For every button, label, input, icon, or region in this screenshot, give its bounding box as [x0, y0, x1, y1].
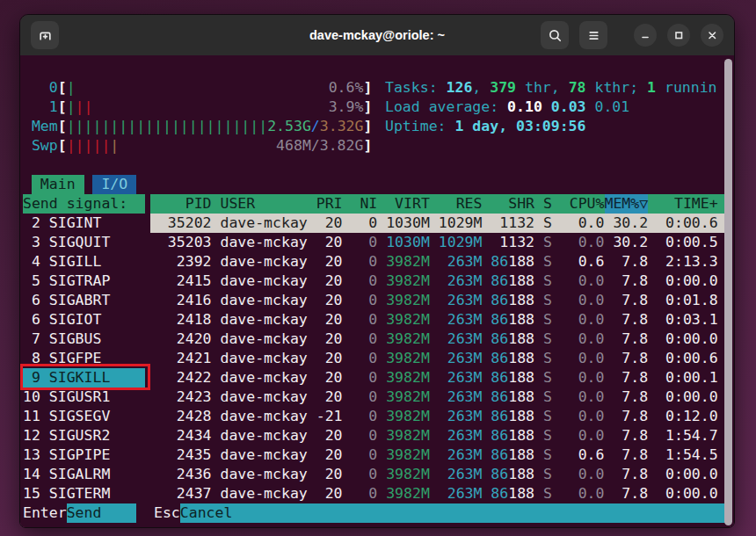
menu-button[interactable]: [579, 21, 607, 49]
signal-panel-title: Send signal:: [23, 194, 145, 214]
process-row[interactable]: 2428dave-mckay-2103982M263M86188S0.07.80…: [150, 407, 729, 426]
terminal-content: 0[|0.6%] 1[|||3.9%] Mem[||||||||||||||||…: [20, 55, 735, 528]
tasks-summary: Tasks: 126, 379 thr, 78 kthr; 1 runnin: [385, 78, 717, 98]
signal-item[interactable]: 9SIGKILL: [23, 368, 145, 388]
swap-meter: Swp[||||||468M/3.82G]: [23, 136, 372, 156]
cpu1-label: 1: [23, 98, 58, 117]
header-virt[interactable]: VIRT: [377, 194, 430, 214]
swap-label: Swp: [23, 136, 58, 156]
tasks-count: 126: [447, 78, 473, 98]
process-row[interactable]: 2436dave-mckay2003982M263M86188S0.07.80:…: [150, 465, 729, 484]
load-average: Load average: 0.10 0.03 0.01: [385, 98, 629, 117]
process-row[interactable]: 2422dave-mckay2003982M263M86188S0.07.80:…: [150, 368, 729, 388]
process-row[interactable]: 2415dave-mckay2003982M263M86188S0.07.80:…: [150, 272, 729, 291]
signal-item[interactable]: 6SIGABRT: [23, 291, 145, 310]
signal-item[interactable]: 13SIGPIPE: [23, 445, 145, 465]
cpu0-percent: 0.6%: [329, 78, 364, 98]
process-row[interactable]: 2416dave-mckay2003982M263M86188S0.07.80:…: [150, 291, 729, 310]
search-icon: [548, 28, 563, 43]
process-row[interactable]: 2392dave-mckay2003982M263M86188S0.67.82:…: [150, 252, 729, 272]
header-state[interactable]: S: [534, 194, 552, 214]
send-button[interactable]: Send: [67, 503, 136, 523]
scrollbar[interactable]: [724, 59, 732, 525]
process-row[interactable]: 2421dave-mckay2003982M263M86188S0.07.80:…: [150, 349, 729, 368]
cpu1-bar-ticks-kernel: ||: [76, 98, 93, 117]
load-15min: 0.01: [594, 98, 629, 117]
process-row[interactable]: 2420dave-mckay2003982M263M86188S0.07.80:…: [150, 330, 729, 349]
swap-bar-ticks: |||||: [67, 136, 111, 156]
process-row[interactable]: 2435dave-mckay2003982M263M86188S0.67.81:…: [150, 445, 729, 465]
swap-bar-ticks-cache: |: [110, 136, 119, 156]
process-row[interactable]: 2418dave-mckay2003982M263M86188S0.07.80:…: [150, 310, 729, 330]
load-5min: 0.03: [551, 98, 586, 117]
memory-label: Mem: [23, 117, 58, 136]
screen-tabs: Main I/O: [23, 175, 136, 194]
load-1min: 0.10: [507, 98, 542, 117]
tab-io[interactable]: I/O: [92, 175, 136, 194]
process-row[interactable]: 2437dave-mckay2003982M263M86188S0.07.80:…: [150, 484, 729, 503]
cpu1-meter: 1[|||3.9%]: [23, 98, 372, 117]
header-cpu[interactable]: CPU%: [552, 194, 605, 214]
enter-key-label: Enter: [23, 503, 67, 523]
signal-item[interactable]: 15SIGTERM: [23, 484, 145, 503]
process-row[interactable]: 35203dave-mckay2001030M1029M1132S0.030.2…: [150, 233, 729, 252]
signal-list: 2SIGINT 3SIGQUIT 4SIGILL 5SIGTRAP 6SIGAB…: [23, 214, 145, 503]
signal-item[interactable]: 10SIGUSR1: [23, 388, 145, 407]
new-tab-icon: [38, 28, 53, 43]
cpu1-bar-ticks-normal: |: [67, 98, 76, 117]
minimize-icon: [639, 29, 651, 41]
signal-item[interactable]: 2SIGINT: [23, 214, 145, 233]
header-pid[interactable]: PID: [150, 194, 212, 214]
signal-item[interactable]: 7SIGBUS: [23, 330, 145, 349]
hamburger-menu-icon: [586, 28, 601, 43]
process-table: PIDUSERPRINIVIRTRESSHRSCPU%MEM%▽TIME+ 35…: [150, 194, 729, 503]
header-res[interactable]: RES: [430, 194, 483, 214]
process-row[interactable]: 35202dave-mckay2001030M1029M1132S0.030.2…: [150, 214, 729, 233]
cpu0-meter: 0[|0.6%]: [23, 78, 372, 98]
tab-main[interactable]: Main: [32, 175, 84, 194]
memory-total-value: 3.32G: [320, 117, 364, 136]
esc-key-label: Esc: [154, 503, 180, 523]
header-pri[interactable]: PRI: [308, 194, 343, 214]
uptime-value: 1 day, 03:09:56: [454, 117, 585, 136]
maximize-icon: [672, 29, 685, 41]
cpu0-label: 0: [23, 78, 58, 98]
signal-item[interactable]: 14SIGALRM: [23, 465, 145, 484]
process-row[interactable]: 2434dave-mckay2003982M263M86188S0.07.81:…: [150, 426, 729, 445]
signal-item[interactable]: 5SIGTRAP: [23, 272, 145, 291]
cpu1-percent: 3.9%: [329, 98, 364, 117]
signal-item[interactable]: 12SIGUSR2: [23, 426, 145, 445]
close-icon: [706, 29, 718, 41]
header-shr[interactable]: SHR: [482, 194, 534, 214]
new-tab-button[interactable]: [31, 21, 59, 49]
signal-item[interactable]: 11SIGSEGV: [23, 407, 145, 426]
signal-item[interactable]: 4SIGILL: [23, 252, 145, 272]
header-ni[interactable]: NI: [343, 194, 378, 214]
signal-item[interactable]: 3SIGQUIT: [23, 233, 145, 252]
minimize-button[interactable]: [634, 24, 657, 47]
cpu0-bar-ticks: |: [67, 78, 76, 98]
running-count: 1: [647, 78, 656, 98]
signal-item[interactable]: 6SIGIOT: [23, 310, 145, 330]
cancel-button[interactable]: Cancel: [180, 503, 729, 523]
search-button[interactable]: [541, 21, 569, 49]
threads-count: 379: [490, 78, 516, 98]
maximize-button[interactable]: [667, 24, 690, 47]
memory-used-value: 2.53G: [267, 117, 311, 136]
process-table-header: PIDUSERPRINIVIRTRESSHRSCPU%MEM%▽TIME+: [150, 194, 729, 214]
titlebar: dave-mckay@oriole: ~: [20, 15, 734, 55]
kernel-threads-count: 78: [569, 78, 586, 98]
signal-item[interactable]: 8SIGFPE: [23, 349, 145, 368]
function-bar: EnterSendEscCancel: [23, 503, 729, 523]
header-mem-sorted[interactable]: MEM%▽: [605, 194, 649, 214]
terminal-window: dave-mckay@oriole: ~ 0[|0.6%]: [19, 14, 735, 528]
memory-bar-ticks: |||||||||||||||||||||||: [67, 117, 267, 136]
close-button[interactable]: [701, 24, 723, 47]
memory-meter: Mem[|||||||||||||||||||||||2.53G/3.32G]: [23, 117, 372, 136]
swap-usage-value: 468M/3.82G: [276, 136, 363, 156]
header-user[interactable]: USER: [212, 194, 308, 214]
uptime: Uptime: 1 day, 03:09:56: [385, 117, 586, 136]
header-time[interactable]: TIME+: [648, 194, 717, 214]
process-row[interactable]: 2423dave-mckay2003982M263M86188S0.07.80:…: [150, 388, 729, 407]
